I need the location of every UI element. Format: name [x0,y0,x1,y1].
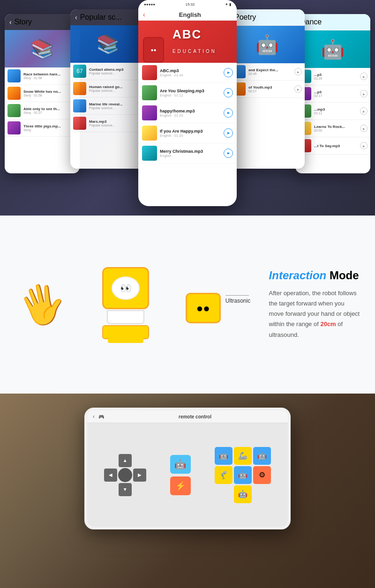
play-button[interactable] [360,142,368,149]
play-button[interactable] [224,108,233,118]
phone-poetry-song-list: and Expect the... 02:45 of Youth.mp3 02:… [230,63,305,98]
grid-cell-4[interactable]: 🦿 [215,466,232,484]
song-info: of Youth.mp3 02:17 [248,85,292,93]
dpad-left-button[interactable]: ◀ [104,469,117,482]
play-button[interactable] [360,107,368,115]
phones-container: ‹ Story Race between hare... Story · 01:… [0,0,375,216]
ultrasonic-label-area: Ultrasonic [225,293,250,304]
grid-cell-2[interactable]: 🦾 [234,447,252,465]
song-meta: Story [23,128,77,132]
song-meta: 00:50 [314,129,357,132]
song-name: happy!home.mp3 [160,109,221,113]
grid-cell-1[interactable]: 🤖 [215,447,232,465]
speed-icon-box[interactable]: ⚡ [170,476,191,495]
grid-icon-6: ⚙ [259,470,265,479]
phone-popular-science: ‹ Popular sc... 67 Contact aliens.mp3 Po… [70,9,145,169]
phone-story: ‹ Story Race between hare... Story · 01:… [5,14,80,173]
song-info: If you Are Happy.mp3 English · 01:20 [160,129,221,138]
song-sub: English [160,154,221,158]
interaction-text-area: Interaction Mode After operation, the ro… [264,269,361,340]
grid-icon-8: 🤖 [238,490,248,499]
dpad-down-button[interactable]: ▼ [119,483,132,496]
song-info: Marine life reveal... Popular science... [89,102,142,110]
phone-english: ●●●●● 15:32 ✦ ▮ ‹ English ●● ABCEDUCATIO… [138,0,237,206]
list-item: Three little pigs.mp... Story [5,119,80,137]
list-item: Able only to see th... Story · 02:27 [5,102,80,119]
grid-icon-3: 🤖 [257,451,267,460]
song-meta: Popular science... [89,124,142,127]
play-button[interactable] [360,125,368,132]
song-info: Merry Christmas.mp3 English [160,149,221,158]
song-meta: Popular science... [89,106,142,110]
song-meta: Story · 01:58 [23,94,77,97]
play-button[interactable] [224,128,233,138]
landscape-header: ‹ 🎮 remote control [87,410,288,423]
phone-popular-title: Popular sc... [80,13,122,22]
section-interaction: 🖐 👀 ●● Ultrasonic Interactio [0,216,375,394]
play-button[interactable] [224,88,233,97]
interaction-title: Interaction Mode [269,269,361,283]
list-item: If you Are Happy.mp3 English · 01:20 [138,123,237,143]
song-thumb [73,82,86,95]
song-name: ...p3 [314,73,357,77]
play-button[interactable] [224,149,233,158]
robot-body [107,310,144,324]
song-info: Are You Sleeping.mp3 English · 01:12 [160,89,221,97]
phone-side-button-left [84,439,86,448]
song-info: Learns To Rock... 00:50 [314,125,357,132]
grid-cell-3[interactable]: 🤖 [253,447,271,465]
play-button[interactable] [224,68,233,77]
song-name: ABC.mp3 [160,68,221,73]
robot-eyes-icon: 👀 [120,283,132,294]
dpad-control[interactable]: ▲ ◀ ▶ ▼ [104,454,146,496]
middle-control-icons: 🤖 ⚡ [170,455,191,495]
ultrasonic-area: ●● Ultrasonic [181,279,255,330]
status-bar: ●●●●● 15:32 ✦ ▮ [138,0,237,9]
song-thumb [142,126,157,141]
list-item: Merry Christmas.mp3 English [138,143,237,164]
song-sub: English · 01:12 [160,93,221,97]
robot-stand-icon: 🤖 [174,459,186,470]
robot-stand-icon-box[interactable]: 🤖 [170,455,191,474]
dpad-up-button[interactable]: ▲ [119,454,132,467]
play-button[interactable] [360,73,368,80]
phone-popular-header: ‹ Popular sc... [70,9,145,25]
ultrasonic-line [225,295,249,296]
song-name: Able only to see th... [23,107,77,111]
song-name: ...t To Say.mp3 [314,144,357,148]
song-name: Race between hare... [23,72,77,76]
play-button[interactable] [294,68,302,75]
dpad-center [118,468,132,482]
ultrasonic-label-text: Ultrasonic [225,298,250,304]
speed-icon: ⚡ [175,481,186,491]
list-item: Human raised go... Popular science... [70,80,145,97]
status-time: 15:32 [185,2,195,7]
phone-remote-control: ‹ 🎮 remote control ▲ ◀ ▶ ▼ 🤖 [84,408,291,529]
hand-image: 🖐 [14,246,70,363]
song-info: ...mp3 01:11 [314,107,357,115]
song-thumb [8,69,21,82]
abc-text: ABCEDUCATION [172,27,217,56]
song-name: Mars.mp3 [89,119,142,124]
song-name: Merry Christmas.mp3 [160,149,221,154]
status-dots: ●●●●● [144,2,155,7]
dpad-right-button[interactable]: ▶ [133,469,146,482]
ultrasonic-detail: ●● Ultrasonic [186,293,250,323]
robot-red-figure: ●● [143,37,164,63]
robot-dance-icon: 🤖 [321,38,345,60]
phone-popular-hero [70,25,145,63]
song-meta: Story · 02:27 [23,111,77,114]
list-item: 67 Contact aliens.mp3 Popular science... [70,63,145,80]
phone-story-title: Story [15,18,32,26]
phone-side-button-right [289,461,291,477]
song-sub: English · 01:20 [160,134,221,138]
song-thumb [73,99,86,112]
song-thumb [142,65,157,80]
robot-stand [102,325,149,339]
grid-cell-6[interactable]: ⚙ [253,466,271,484]
phone-english-hero: ●● ABCEDUCATION [138,21,237,63]
grid-cell-5[interactable]: 🤖 [234,466,252,484]
play-button[interactable] [360,90,368,97]
grid-cell-8[interactable]: 🤖 [234,485,252,503]
play-button[interactable] [294,85,302,93]
